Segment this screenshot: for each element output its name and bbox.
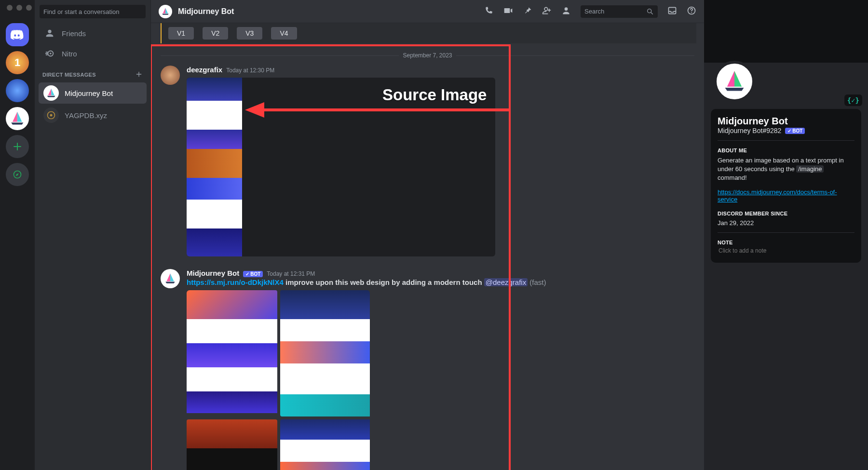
dm-item-yagpdb[interactable]: YAGPDB.xyz	[39, 105, 147, 126]
message-username[interactable]: Midjourney Bot	[187, 269, 239, 277]
svg-point-2	[50, 53, 52, 54]
v1-button[interactable]: V1	[168, 27, 194, 40]
video-call-button[interactable]	[503, 6, 513, 17]
chat-header: Midjourney Bot Search	[151, 0, 704, 23]
explore-servers-button[interactable]	[6, 163, 29, 186]
discord-home-button[interactable]	[6, 23, 29, 46]
date-divider: September 7, 2023	[161, 52, 694, 59]
bot-badge: ✓ BOT	[243, 271, 263, 277]
friends-nav[interactable]: Friends	[39, 24, 147, 42]
mode-suffix: (fast)	[528, 278, 546, 286]
profile-button[interactable]	[561, 6, 571, 17]
voice-call-button[interactable]	[484, 6, 494, 17]
search-input[interactable]: Search	[581, 5, 658, 18]
v2-button[interactable]: V2	[203, 27, 228, 40]
dm-item-label: YAGPDB.xyz	[65, 111, 107, 120]
avatar	[43, 85, 59, 101]
member-since-header: DISCORD MEMBER SINCE	[718, 211, 854, 216]
reply-context: V1 V2 V3 V4	[161, 23, 696, 43]
image-grid-attachment[interactable]	[187, 290, 370, 470]
chat-scroll[interactable]: V1 V2 V3 V4 September 7, 2023 deezgrafix…	[151, 23, 704, 470]
grid-quadrant[interactable]	[280, 419, 370, 470]
profile-tag: Midjourney Bot#9282	[718, 127, 781, 134]
svg-point-5	[565, 7, 568, 11]
v3-button[interactable]: V3	[237, 27, 262, 40]
friends-label: Friends	[62, 29, 86, 38]
inbox-button[interactable]	[667, 6, 677, 17]
grid-quadrant[interactable]	[187, 419, 277, 470]
note-input[interactable]	[718, 245, 854, 256]
friends-icon	[44, 28, 55, 39]
profile-name: Midjourney Bot	[718, 116, 854, 127]
user-mention[interactable]: @deezgrafix	[484, 278, 528, 286]
message-link[interactable]: https://s.mj.run/o-dDkjkNlX4	[187, 278, 284, 286]
help-button[interactable]	[687, 6, 696, 17]
chat-title: Midjourney Bot	[178, 7, 234, 16]
dm-item-label: Midjourney Bot	[65, 89, 113, 97]
dm-section-header: DIRECT MESSAGES	[35, 64, 150, 82]
server-item-midjourney[interactable]	[6, 107, 29, 130]
new-dm-button[interactable]	[135, 70, 143, 79]
member-since-value: Jan 29, 2022	[718, 219, 854, 227]
grid-quadrant[interactable]	[187, 290, 277, 416]
note-header: NOTE	[718, 240, 854, 245]
close-dot[interactable]	[7, 5, 13, 11]
add-server-button[interactable]	[6, 135, 29, 158]
avatar[interactable]	[161, 269, 180, 288]
message-time: Today at 12:31 PM	[267, 270, 315, 277]
dm-header-text: DIRECT MESSAGES	[42, 72, 96, 78]
message-attachment[interactable]	[187, 78, 495, 256]
message: deezgrafix Today at 12:30 PM	[151, 64, 704, 256]
server-item-2[interactable]	[6, 79, 29, 102]
nitro-nav[interactable]: Nitro	[39, 44, 147, 63]
find-conversation-placeholder: Find or start a conversation	[43, 8, 120, 15]
minimize-dot[interactable]	[16, 5, 22, 11]
profile-badges[interactable]: {✓}	[844, 94, 862, 106]
svg-point-4	[50, 114, 53, 117]
server-rail: 1	[0, 0, 35, 470]
profile-panel: {✓} Midjourney Bot Midjourney Bot#9282 ✓…	[704, 0, 868, 470]
bot-badge: ✓ BOT	[785, 128, 805, 134]
slash-command: /imagine	[796, 165, 824, 173]
avatar[interactable]	[161, 66, 180, 85]
header-avatar	[159, 5, 172, 18]
add-friend-button[interactable]	[542, 6, 552, 17]
search-placeholder: Search	[584, 8, 604, 15]
about-text: Generate an image based on a text prompt…	[718, 156, 854, 183]
dm-sidebar: Find or start a conversation Friends Nit…	[35, 0, 150, 470]
profile-banner	[704, 0, 868, 63]
grid-quadrant[interactable]	[280, 290, 370, 416]
date-divider-text: September 7, 2023	[403, 52, 452, 59]
v4-button[interactable]: V4	[271, 27, 297, 40]
message: Midjourney Bot ✓ BOT Today at 12:31 PM h…	[151, 267, 704, 470]
profile-card: Midjourney Bot Midjourney Bot#9282 ✓ BOT…	[711, 109, 861, 263]
pin-button[interactable]	[523, 6, 532, 17]
nitro-icon	[44, 48, 55, 59]
profile-avatar[interactable]	[714, 61, 755, 102]
message-username[interactable]: deezgrafix	[187, 66, 222, 74]
message-time: Today at 12:30 PM	[226, 67, 274, 74]
tos-link[interactable]: https://docs.midjourney.com/docs/terms-o…	[718, 188, 837, 203]
svg-rect-7	[669, 7, 676, 13]
find-conversation-button[interactable]: Find or start a conversation	[40, 5, 146, 18]
prompt-text: improve upon this web design by adding a…	[284, 278, 482, 286]
chat-area: Midjourney Bot Search V1 V2	[150, 0, 704, 470]
zoom-dot[interactable]	[26, 5, 32, 11]
svg-point-6	[648, 9, 651, 13]
search-icon	[646, 8, 654, 15]
avatar	[43, 107, 59, 123]
dm-item-midjourney[interactable]: Midjourney Bot	[39, 82, 147, 104]
window-controls[interactable]	[0, 6, 32, 10]
profile-tag-row: Midjourney Bot#9282 ✓ BOT	[718, 127, 854, 134]
about-header: ABOUT ME	[718, 148, 854, 153]
server-item-1[interactable]: 1	[6, 51, 29, 74]
message-text: https://s.mj.run/o-dDkjkNlX4 improve upo…	[187, 278, 694, 286]
nitro-label: Nitro	[62, 50, 77, 58]
